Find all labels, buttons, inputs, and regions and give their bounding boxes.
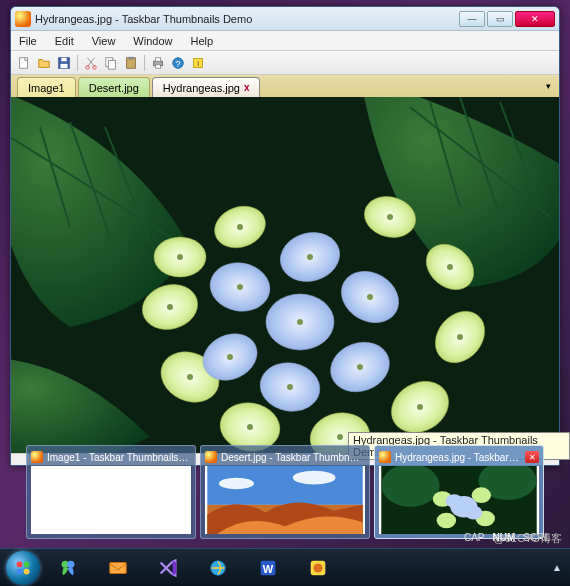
hydrangea-image [11,97,559,453]
thumbnail-hydrangeas[interactable]: Hydrangeas.jpg - Taskbar T... ✕ [374,445,544,539]
toolbar-separator [77,55,78,71]
maximize-button[interactable]: ▭ [487,11,513,27]
svg-point-40 [227,354,233,360]
window-title: Hydrangeas.jpg - Taskbar Thumbnails Demo [35,13,459,25]
tab-close-icon[interactable]: x [244,82,250,93]
svg-text:i: i [197,58,199,67]
watermark: @51CTO博客 [494,531,562,546]
content-area [11,97,559,453]
svg-point-69 [24,568,30,574]
tab-label: Desert.jpg [89,82,139,94]
svg-point-38 [357,364,363,370]
svg-point-49 [387,214,393,220]
svg-point-37 [367,294,373,300]
thumbnail-app-icon [379,451,391,463]
menu-file[interactable]: File [15,33,41,49]
taskbar-vs-icon[interactable] [146,553,190,583]
menu-edit[interactable]: Edit [51,33,78,49]
window-controls: — ▭ ✕ [459,11,555,27]
svg-point-77 [313,563,322,572]
print-icon[interactable] [149,54,167,72]
new-icon[interactable] [15,54,33,72]
tray-show-hidden-icon[interactable]: ▲ [550,556,564,580]
caps-indicator: CAP [464,532,485,543]
svg-point-35 [237,284,243,290]
svg-point-68 [17,568,23,574]
svg-point-42 [167,304,173,310]
taskbar-thumbnails: Image1 - Taskbar Thumbnails D... Desert.… [26,445,544,539]
taskbar-messenger-icon[interactable] [46,553,90,583]
titlebar[interactable]: Hydrangeas.jpg - Taskbar Thumbnails Demo… [11,7,559,31]
thumbnail-close-icon[interactable]: ✕ [525,451,539,463]
svg-point-36 [307,254,313,260]
svg-point-50 [237,224,243,230]
thumbnail-image1[interactable]: Image1 - Taskbar Thumbnails D... [26,445,196,539]
menu-window[interactable]: Window [129,33,176,49]
tab-image1[interactable]: Image1 [17,77,76,97]
svg-point-67 [24,561,30,567]
menu-view[interactable]: View [88,33,120,49]
svg-rect-11 [155,57,160,61]
svg-point-57 [381,466,439,507]
thumbnail-app-icon [31,451,43,463]
save-icon[interactable] [55,54,73,72]
svg-point-65 [465,506,482,520]
menubar: File Edit View Window Help [11,31,559,51]
svg-rect-3 [61,63,68,67]
svg-point-45 [337,434,343,440]
svg-point-51 [177,254,183,260]
thumbnail-app-icon [205,451,217,463]
start-button[interactable] [6,551,40,585]
tab-desert[interactable]: Desert.jpg [78,77,150,97]
svg-rect-0 [20,57,28,68]
thumbnail-desert[interactable]: Desert.jpg - Taskbar Thumbnail... [200,445,370,539]
menu-help[interactable]: Help [186,33,217,49]
svg-point-55 [293,471,336,485]
copy-icon[interactable] [102,54,120,72]
svg-point-66 [17,561,23,567]
svg-point-46 [417,404,423,410]
svg-rect-12 [155,64,160,68]
taskbar-ie-icon[interactable] [196,553,240,583]
svg-point-39 [287,384,293,390]
toolbar-separator [144,55,145,71]
taskbar-word-icon[interactable]: W [246,553,290,583]
svg-rect-9 [128,56,133,59]
svg-point-71 [67,560,74,567]
svg-point-43 [187,374,193,380]
tab-dropdown-icon[interactable]: ▾ [541,79,555,93]
cut-icon[interactable] [82,54,100,72]
tab-label: Image1 [28,82,65,94]
svg-point-54 [219,478,254,490]
svg-rect-72 [110,562,127,573]
thumbnail-title: Desert.jpg - Taskbar Thumbnail... [221,452,365,463]
thumbnail-title: Image1 - Taskbar Thumbnails D... [47,452,191,463]
svg-point-48 [447,264,453,270]
minimize-button[interactable]: — [459,11,485,27]
svg-text:W: W [263,562,274,574]
svg-point-62 [437,513,456,529]
thumbnail-preview [379,466,539,534]
svg-point-64 [445,494,462,508]
taskbar-mail-icon[interactable] [96,553,140,583]
open-icon[interactable] [35,54,53,72]
svg-rect-7 [108,60,115,69]
tab-hydrangeas[interactable]: Hydrangeas.jpgx [152,77,261,97]
svg-rect-2 [61,57,66,61]
tabbar: Image1 Desert.jpg Hydrangeas.jpgx ▾ [11,75,559,97]
thumbnail-preview [205,466,365,534]
close-button[interactable]: ✕ [515,11,555,27]
app-icon [15,11,31,27]
taskbar-app-icon[interactable] [296,553,340,583]
svg-text:?: ? [176,58,181,68]
help-icon[interactable]: ? [169,54,187,72]
about-icon[interactable]: i [189,54,207,72]
svg-point-44 [247,424,253,430]
thumbnail-preview [31,466,191,534]
taskbar: W ▲ [0,548,570,586]
app-window: Hydrangeas.jpg - Taskbar Thumbnails Demo… [10,6,560,466]
thumbnail-title: Hydrangeas.jpg - Taskbar T... [395,452,521,463]
paste-icon[interactable] [122,54,140,72]
svg-point-47 [457,334,463,340]
tab-label: Hydrangeas.jpg [163,82,240,94]
